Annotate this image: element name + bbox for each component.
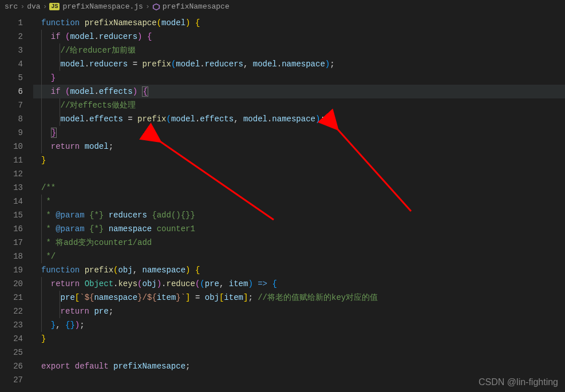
code-line[interactable]: return pre; bbox=[33, 304, 565, 318]
code-line[interactable]: if (model.effects) { bbox=[33, 85, 565, 98]
breadcrumb[interactable]: src › dva › JS prefixNamespace.js › pref… bbox=[0, 0, 565, 14]
line-number: 13 bbox=[0, 181, 33, 195]
line-number: 17 bbox=[0, 236, 33, 250]
code-line[interactable] bbox=[33, 346, 565, 359]
line-number: 21 bbox=[0, 291, 33, 304]
chevron-right-icon: › bbox=[145, 2, 150, 11]
line-number: 19 bbox=[0, 263, 33, 277]
line-number: 24 bbox=[0, 332, 33, 346]
line-number: 1 bbox=[0, 16, 33, 30]
line-number: 25 bbox=[0, 346, 33, 359]
code-line[interactable]: * @param {*} reducers {add(){}} bbox=[33, 208, 565, 222]
breadcrumb-item[interactable]: dva bbox=[27, 2, 40, 11]
line-number: 27 bbox=[0, 373, 33, 387]
line-number: 8 bbox=[0, 112, 33, 126]
code-line[interactable]: return Object.keys(obj).reduce((pre, ite… bbox=[33, 277, 565, 291]
code-line[interactable]: //给reducer加前缀 bbox=[33, 43, 565, 57]
line-number: 23 bbox=[0, 318, 33, 332]
line-number: 2 bbox=[0, 30, 33, 43]
line-number: 18 bbox=[0, 250, 33, 263]
line-number: 16 bbox=[0, 222, 33, 236]
line-number: 7 bbox=[0, 98, 33, 112]
chevron-right-icon: › bbox=[20, 2, 25, 11]
code-line[interactable]: //对effects做处理 bbox=[33, 98, 565, 112]
code-line[interactable]: * bbox=[33, 195, 565, 208]
code-line[interactable]: * 将add变为counter1/add bbox=[33, 236, 565, 250]
line-number: 15 bbox=[0, 208, 33, 222]
code-line[interactable]: * @param {*} namespace counter1 bbox=[33, 222, 565, 236]
code-line[interactable]: } bbox=[33, 71, 565, 85]
line-number: 22 bbox=[0, 304, 33, 318]
code-line[interactable] bbox=[33, 373, 565, 387]
code-line[interactable] bbox=[33, 167, 565, 181]
code-editor[interactable]: 1234567891011121314151617181920212223242… bbox=[0, 14, 565, 392]
code-line[interactable]: return model; bbox=[33, 140, 565, 153]
code-line[interactable]: function prefixNamesapce(model) { bbox=[33, 16, 565, 30]
code-line[interactable]: function prefix(obj, namespace) { bbox=[33, 263, 565, 277]
breadcrumb-item[interactable]: src bbox=[5, 2, 18, 11]
line-number: 3 bbox=[0, 43, 33, 57]
code-line[interactable]: model.effects = prefix(model.effects, mo… bbox=[33, 112, 565, 126]
line-number: 20 bbox=[0, 277, 33, 291]
line-number: 10 bbox=[0, 140, 33, 153]
breadcrumb-item[interactable]: prefixNamesapce bbox=[163, 2, 230, 11]
js-file-icon: JS bbox=[49, 3, 60, 10]
line-number: 9 bbox=[0, 126, 33, 140]
line-number: 6 bbox=[0, 85, 33, 98]
line-number: 11 bbox=[0, 153, 33, 167]
code-line[interactable]: export default prefixNamesapce; bbox=[33, 359, 565, 373]
code-line[interactable]: pre[`${namespace}/${item}`] = obj[item];… bbox=[33, 291, 565, 304]
chevron-right-icon: › bbox=[43, 2, 48, 11]
line-number: 5 bbox=[0, 71, 33, 85]
line-number: 4 bbox=[0, 57, 33, 71]
line-gutter: 1234567891011121314151617181920212223242… bbox=[0, 14, 33, 392]
code-line[interactable]: } bbox=[33, 153, 565, 167]
code-line[interactable]: model.reducers = prefix(model.reducers, … bbox=[33, 57, 565, 71]
code-line[interactable]: */ bbox=[33, 250, 565, 263]
symbol-function-icon bbox=[152, 3, 160, 11]
code-line[interactable]: /** bbox=[33, 181, 565, 195]
line-number: 12 bbox=[0, 167, 33, 181]
line-number: 26 bbox=[0, 359, 33, 373]
code-line[interactable]: }, {}); bbox=[33, 318, 565, 332]
line-number: 14 bbox=[0, 195, 33, 208]
code-line[interactable]: if (model.reducers) { bbox=[33, 30, 565, 43]
code-line[interactable]: } bbox=[33, 332, 565, 346]
code-area[interactable]: function prefixNamesapce(model) { if (mo… bbox=[33, 14, 565, 392]
breadcrumb-item[interactable]: prefixNamespace.js bbox=[62, 2, 143, 11]
code-line[interactable]: } bbox=[33, 126, 565, 140]
